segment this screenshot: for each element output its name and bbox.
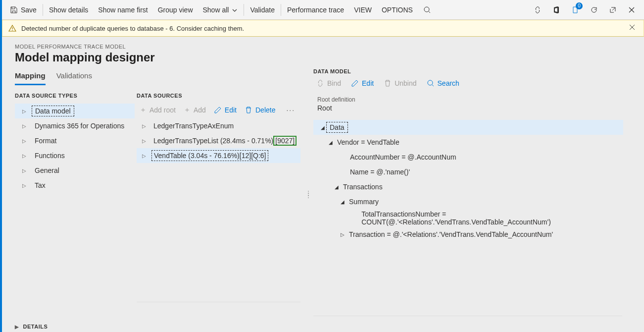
page-title: Model mapping designer (15, 51, 631, 64)
popout-button[interactable] (603, 0, 622, 19)
caret-right-icon: ▷ (21, 123, 28, 129)
divider (313, 316, 622, 316)
caret-right-icon: ▷ (21, 138, 28, 144)
warning-text: Detected number of duplicate queries to … (21, 25, 244, 32)
caret-right-icon: ▷ (141, 138, 148, 144)
search-icon (423, 6, 431, 14)
source-ledgertranstype-list[interactable]: ▷ LedgerTransTypeList (28.4ms - 0.71%)[9… (137, 133, 300, 148)
warning-close-button[interactable] (627, 22, 638, 35)
show-all-label: Show all (203, 6, 229, 14)
type-label: Format (32, 136, 59, 146)
type-label: Dynamics 365 for Operations (32, 121, 127, 131)
trash-icon (384, 79, 392, 87)
node-label: Name = @.'name()' (347, 167, 413, 177)
pencil-icon (351, 79, 359, 87)
right-column: ⋮⋮ DATA MODEL Bind Edit (309, 68, 631, 332)
show-all-button[interactable]: Show all (198, 0, 243, 20)
link-icon (316, 79, 324, 87)
close-icon (629, 24, 636, 31)
bind-label: Bind (327, 79, 341, 87)
bind-button: Bind (316, 79, 341, 87)
search-label: Search (438, 79, 459, 87)
type-data-model[interactable]: ▷ Data model (15, 104, 135, 118)
node-vendor[interactable]: ◢ Vendor = VendTable (313, 135, 623, 150)
caret-right-icon: ▷ (141, 153, 148, 159)
node-data[interactable]: ◢ Data (313, 120, 623, 135)
node-total[interactable]: TotalTransactionsNumber = COUNT(@.'<Rela… (313, 209, 623, 227)
root-definition-value: Root (313, 104, 631, 112)
edit-label: Edit (225, 106, 237, 114)
performance-trace-button[interactable]: Performance trace (282, 0, 349, 20)
view-button[interactable]: VIEW (349, 0, 377, 20)
search-icon (427, 79, 435, 87)
edit-button[interactable]: Edit (214, 106, 237, 114)
attach-button[interactable] (528, 0, 547, 19)
node-summary[interactable]: ◢ Summary (313, 194, 623, 209)
edit-button[interactable]: Edit (351, 79, 374, 87)
delete-label: Delete (255, 106, 275, 114)
search-button[interactable]: Search (427, 79, 459, 87)
types-heading: DATA SOURCE TYPES (15, 93, 135, 99)
source-label: VendTable (3.04s - 76.16%)[12][Q:6] (151, 150, 268, 161)
node-name[interactable]: Name = @.'name()' (313, 165, 623, 179)
separator (244, 4, 244, 16)
node-label: Transactions (340, 182, 386, 192)
root-definition-label: Root definition (313, 96, 631, 103)
validate-button[interactable]: Validate (245, 0, 280, 20)
office-button[interactable] (547, 0, 566, 19)
data-model-heading: DATA MODEL (313, 68, 631, 74)
type-general[interactable]: ▷ General (15, 163, 135, 178)
add-label: Add (194, 106, 206, 114)
source-ledgertranstype-enum[interactable]: ▷ LedgerTransTypeAxEnum (137, 118, 300, 133)
group-view-button[interactable]: Group view (153, 0, 198, 20)
close-button[interactable] (622, 0, 641, 19)
node-label: Data (326, 122, 348, 133)
sources-toolbar: ＋ Add root ＋ Add Edit (137, 104, 309, 118)
details-toggle[interactable]: ▶ DETAILS (15, 319, 309, 332)
delete-button[interactable]: Delete (245, 106, 275, 114)
type-label: Data model (32, 106, 74, 116)
save-icon (10, 6, 18, 14)
node-label: TotalTransactionsNumber = COUNT(@.'<Rela… (358, 209, 623, 227)
caret-right-icon: ▷ (21, 168, 28, 173)
tabs: Mapping Validations (15, 68, 309, 86)
source-vendtable[interactable]: ▷ VendTable (3.04s - 76.16%)[12][Q:6] (137, 148, 300, 163)
node-transactions[interactable]: ◢ Transactions (313, 179, 623, 194)
type-functions[interactable]: ▷ Functions (15, 148, 135, 163)
tab-mapping[interactable]: Mapping (15, 68, 46, 85)
popout-icon (609, 6, 617, 14)
type-tax[interactable]: ▷ Tax (15, 178, 135, 193)
details-label: DETAILS (23, 324, 48, 330)
plus-icon: ＋ (140, 106, 147, 114)
warning-icon (8, 24, 16, 32)
node-label: Vendor = VendTable (334, 137, 402, 147)
options-button[interactable]: OPTIONS (377, 0, 418, 20)
type-dynamics[interactable]: ▷ Dynamics 365 for Operations (15, 118, 135, 133)
add-root-button: ＋ Add root (140, 106, 176, 114)
unbind-button: Unbind (384, 79, 416, 87)
office-icon (552, 6, 560, 14)
caret-right-icon: ▷ (21, 183, 28, 188)
caret-right-icon: ▶ (15, 324, 19, 330)
add-root-label: Add root (149, 106, 176, 114)
save-button[interactable]: Save (5, 0, 42, 20)
tab-validations[interactable]: Validations (56, 68, 92, 85)
caret-down-icon: ◢ (327, 140, 334, 145)
source-label: LedgerTransTypeAxEnum (151, 121, 236, 131)
more-button[interactable]: ··· (283, 106, 298, 114)
types-pane: DATA SOURCE TYPES ▷ Data model ▷ Dynamic… (15, 93, 135, 319)
highlighted-count: [9027] (273, 136, 297, 146)
refresh-button[interactable] (585, 0, 603, 19)
unbind-label: Unbind (395, 79, 416, 87)
node-account[interactable]: AccountNumber = @.AccountNum (313, 150, 623, 165)
page: MODEL PERFORMANCE TRACE MODEL Model mapp… (2, 37, 644, 332)
resize-handle[interactable]: ⋮⋮ (305, 192, 311, 196)
node-transaction[interactable]: ▷ Transaction = @.'<Relations'.'VendTran… (313, 227, 623, 242)
search-button[interactable] (418, 0, 437, 19)
refresh-icon (590, 6, 598, 14)
show-name-first-button[interactable]: Show name first (93, 0, 152, 20)
messages-button[interactable]: 0 (566, 0, 585, 19)
show-details-button[interactable]: Show details (44, 0, 93, 20)
type-format[interactable]: ▷ Format (15, 133, 135, 148)
add-button: ＋ Add (184, 106, 206, 114)
